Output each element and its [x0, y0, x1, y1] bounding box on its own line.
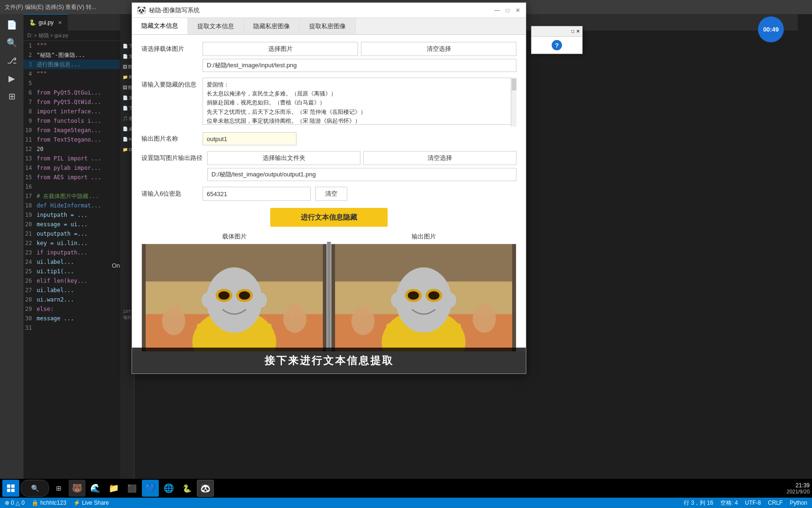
code-line: 21 outputpath =...: [23, 229, 120, 238]
terminal-icon: ⬛: [127, 484, 137, 493]
extensions-icon[interactable]: ⊞: [5, 89, 19, 103]
clear-image-button[interactable]: 清空选择: [361, 42, 516, 56]
password-label: 请输入6位密匙: [141, 190, 198, 198]
git-icon[interactable]: ⎇: [5, 54, 19, 68]
hidden-text-container: [203, 78, 516, 127]
status-lock: 🔒 hchhtc123: [31, 500, 66, 506]
minimize-button[interactable]: —: [494, 7, 500, 14]
code-line: 10from ImageStegan...: [23, 126, 120, 135]
help-button[interactable]: ?: [552, 40, 562, 50]
code-line: 17# 在载体图片中隐藏...: [23, 191, 120, 201]
output-path-input[interactable]: [207, 168, 516, 181]
code-line: 7from PyQt5.QtWid...: [23, 97, 120, 107]
code-line: 11from TextStegano...: [23, 135, 120, 144]
file-explorer-button[interactable]: 📁: [105, 480, 122, 497]
explorer-icon[interactable]: 📄: [5, 18, 19, 32]
status-language: Python: [790, 500, 807, 506]
output-btn-row: 选择输出文件夹 清空选择: [207, 151, 516, 165]
code-line: 19 inputpath = ...: [23, 210, 120, 220]
images-section: 载体图片: [141, 232, 516, 351]
close-button[interactable]: ✕: [515, 7, 521, 14]
vscode-title: 文件(F) 编辑(E) 选择(S) 查看(V) 转...: [5, 3, 96, 11]
code-line: 31: [23, 323, 120, 333]
carrier-panel-title: 载体图片: [222, 232, 247, 241]
select-image-button[interactable]: 选择图片: [203, 42, 358, 56]
maximize-button[interactable]: □: [504, 7, 511, 14]
code-line: 24 ui.label...: [23, 257, 120, 267]
app-title-text: 秘隐-图像隐写系统: [149, 6, 200, 15]
status-encoding: UTF-8: [745, 500, 761, 506]
debug-icon[interactable]: ▶: [5, 71, 19, 86]
code-line: 14from pylab impor...: [23, 163, 120, 173]
code-lines: 1"""2"秘隐"-图像隐...3进行图像信息...4"""56from PyQ…: [23, 41, 120, 333]
password-input[interactable]: [203, 187, 311, 201]
carrier-image-label: 请选择载体图片: [141, 42, 198, 53]
bear-icon-button[interactable]: 🐻: [69, 480, 86, 497]
browser-icon: 🌐: [164, 483, 174, 493]
floating-close-icon[interactable]: ✕: [576, 29, 580, 34]
tab-guipy[interactable]: 🐍 gui.py ✕: [23, 14, 68, 31]
status-errors: ⊗ 0 △ 0: [5, 500, 24, 506]
search-taskbar-icon: 🔍: [31, 484, 39, 492]
output-panel-title: 输出图片: [412, 232, 436, 241]
floating-maximize-icon[interactable]: □: [571, 29, 574, 34]
browser-button[interactable]: 🌐: [160, 480, 177, 497]
tab-extract-image[interactable]: 提取私密图像: [300, 18, 356, 34]
clear-password-button[interactable]: 清空: [315, 187, 347, 201]
scrollbar-thumb: [512, 79, 516, 90]
tab-hide-image[interactable]: 隐藏私密图像: [244, 18, 300, 34]
taskview-icon: ⊞: [56, 484, 62, 492]
output-image-panel: 输出图片: [331, 232, 516, 351]
carrier-image-svg: [142, 244, 327, 351]
python-taskbar-button[interactable]: 🐍: [179, 480, 195, 497]
code-editor: 1"""2"秘隐"-图像隐...3进行图像信息...4"""56from PyQ…: [23, 41, 120, 488]
code-line: 9from functools i...: [23, 116, 120, 126]
output-name-label: 输出图片名称: [141, 135, 198, 143]
svg-point-29: [428, 291, 439, 300]
tab-extract-text[interactable]: 提取文本信息: [188, 18, 244, 34]
tab-hide-text[interactable]: 隐藏文本信息: [132, 18, 188, 34]
vscode-taskbar-icon: 💙: [145, 483, 156, 493]
on-label: On: [112, 262, 120, 269]
panda-taskbar-button[interactable]: 🐼: [197, 480, 214, 497]
taskview-button[interactable]: ⊞: [50, 480, 67, 497]
app-content: 请选择载体图片 选择图片 清空选择 请输入要隐藏的信息 输出图片名称: [132, 35, 526, 351]
image-separator[interactable]: [327, 242, 331, 351]
vscode-taskbar-button[interactable]: 💙: [142, 480, 159, 497]
output-name-input[interactable]: [203, 132, 297, 145]
code-line: 5: [23, 79, 120, 88]
search-icon[interactable]: 🔍: [5, 36, 19, 50]
folder-icon: 📁: [109, 483, 119, 493]
subtitle-bar: 接下来进行文本信息提取: [132, 348, 526, 373]
svg-rect-41: [11, 489, 15, 492]
code-line: 1""": [23, 41, 120, 50]
svg-rect-15: [175, 305, 179, 319]
status-line-ending: CRLF: [768, 500, 782, 506]
select-output-button[interactable]: 选择输出文件夹: [207, 151, 360, 165]
svg-point-13: [162, 307, 186, 335]
status-live-share[interactable]: ⚡ Live Share: [73, 500, 109, 506]
hidden-text-textarea[interactable]: [203, 78, 516, 125]
app-window: 🐼 秘隐-图像隐写系统 — □ ✕ 隐藏文本信息 提取文本信息 隐藏私密图像 提…: [132, 2, 526, 374]
window-controls: — □ ✕: [494, 7, 521, 14]
carrier-image-row: 请选择载体图片 选择图片 清空选择: [141, 42, 516, 72]
svg-point-9: [219, 291, 230, 300]
svg-rect-33: [359, 307, 362, 321]
svg-rect-38: [7, 484, 10, 488]
svg-point-25: [396, 268, 452, 333]
start-button[interactable]: [2, 480, 19, 497]
python-taskbar-icon: 🐍: [182, 484, 192, 493]
execute-button[interactable]: 进行文本信息隐藏: [270, 208, 388, 227]
tab-guipy-label: gui.py: [39, 19, 54, 26]
svg-point-16: [283, 305, 307, 333]
clear-output-button[interactable]: 清空选择: [363, 151, 516, 165]
carrier-path-input[interactable]: [203, 59, 516, 72]
edge-button[interactable]: 🌊: [87, 480, 104, 497]
carrier-image-panel: 载体图片: [141, 232, 327, 351]
terminal-button[interactable]: ⬛: [124, 480, 141, 497]
search-taskbar-button[interactable]: 🔍: [21, 480, 49, 497]
code-line: 6from PyQt5.QtGui...: [23, 88, 120, 97]
tab-close-icon[interactable]: ✕: [58, 20, 62, 26]
breadcrumb: D: > 秘隐 > gui.py: [23, 31, 122, 41]
svg-rect-34: [364, 305, 368, 319]
